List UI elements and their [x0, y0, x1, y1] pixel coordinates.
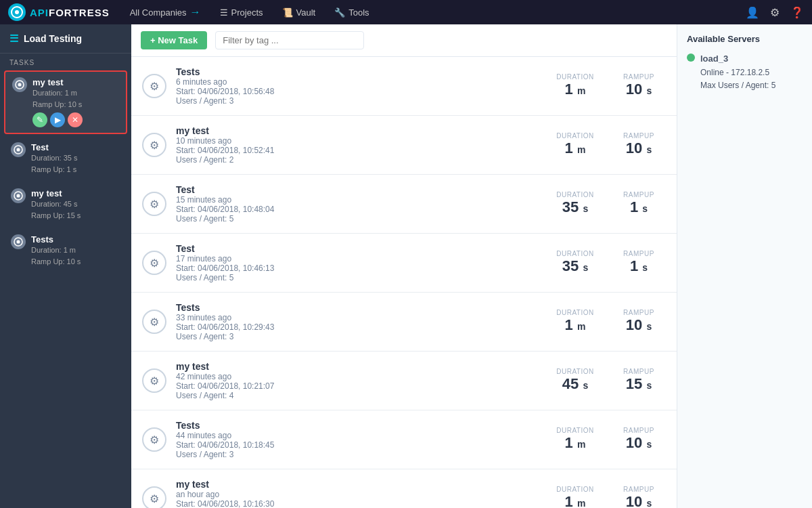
sidebar-item-name-3: Tests — [31, 234, 120, 245]
delete-button-0[interactable]: ✕ — [68, 112, 83, 127]
task-rampup-7: RAMPUP 10 s — [612, 486, 666, 508]
server-status-ip-0: Online - 172.18.2.5 — [700, 66, 775, 79]
task-time-0: 6 minutes ago — [176, 77, 539, 87]
task-details-4: Tests 33 minutes ago Start: 04/06/2018, … — [176, 302, 539, 341]
table-row: ⚙ my test 10 minutes ago Start: 04/06/20… — [131, 116, 677, 175]
table-row: ⚙ Test 15 minutes ago Start: 04/06/2018,… — [131, 175, 677, 234]
server-online-dot — [687, 54, 695, 62]
sidebar-item-duration-1: Duration: 35 s — [31, 152, 120, 164]
task-name-3: Test — [176, 243, 539, 254]
top-navigation: APIFORTRESS All Companies → ☰ Projects 📜… — [0, 0, 812, 24]
task-name-7: my test — [176, 479, 539, 490]
task-icon-2: ⚙ — [142, 192, 166, 216]
hamburger-icon: ☰ — [9, 33, 18, 45]
sidebar: ☰ Load Testing TASKS my test Duration: 1… — [0, 24, 131, 508]
avatar-1 — [11, 142, 26, 157]
sidebar-item-name-2: my test — [31, 188, 120, 198]
task-time-2: 15 minutes ago — [176, 195, 539, 205]
vault-icon: 📜 — [282, 7, 293, 18]
sidebar-item-mytest-2[interactable]: my test Duration: 45 s Ramp Up: 15 s — [4, 183, 127, 226]
sidebar-item-duration-2: Duration: 45 s — [31, 198, 120, 210]
svg-point-3 — [18, 83, 22, 87]
task-details-1: my test 10 minutes ago Start: 04/06/2018… — [176, 125, 539, 165]
task-users-6: Users / Agent: 3 — [176, 450, 539, 459]
main-toolbar: + New Task — [131, 24, 677, 57]
sidebar-item-name-1: Test — [31, 142, 120, 152]
task-duration-4: DURATION 1 m — [548, 309, 602, 334]
logo-text: APIFORTRESS — [30, 7, 110, 18]
sidebar-item-rampup-3: Ramp Up: 10 s — [31, 256, 120, 268]
task-name-0: Tests — [176, 66, 539, 77]
task-icon-5: ⚙ — [142, 368, 166, 393]
task-duration-6: DURATION 1 m — [548, 427, 602, 452]
server-info-0: load_3 Online - 172.18.2.5 Max Users / A… — [700, 52, 775, 92]
task-details-0: Tests 6 minutes ago Start: 04/06/2018, 1… — [176, 66, 539, 106]
gear-icon[interactable]: ⚙ — [770, 6, 780, 19]
sidebar-item-duration-3: Duration: 1 m — [31, 245, 120, 256]
svg-point-1 — [15, 10, 19, 14]
task-time-4: 33 minutes ago — [176, 313, 539, 322]
sidebar-item-info-2: my test Duration: 45 s Ramp Up: 15 s — [31, 188, 120, 221]
task-details-7: my test an hour ago Start: 04/06/2018, 1… — [176, 479, 539, 508]
table-row: ⚙ my test an hour ago Start: 04/06/2018,… — [131, 469, 677, 508]
sidebar-item-actions-0: ✎ ▶ ✕ — [32, 112, 119, 127]
task-details-3: Test 17 minutes ago Start: 04/06/2018, 1… — [176, 243, 539, 282]
task-rampup-4: RAMPUP 10 s — [612, 309, 666, 334]
task-icon-7: ⚙ — [142, 486, 166, 508]
sidebar-item-mytest-active[interactable]: my test Duration: 1 m Ramp Up: 10 s ✎ ▶ … — [4, 70, 127, 134]
sidebar-item-info-1: Test Duration: 35 s Ramp Up: 1 s — [31, 142, 120, 175]
task-users-0: Users / Agent: 3 — [176, 96, 539, 106]
play-button-0[interactable]: ▶ — [50, 112, 65, 127]
sidebar-item-rampup-1: Ramp Up: 1 s — [31, 164, 120, 175]
sidebar-item-name-0: my test — [32, 77, 119, 87]
tools-icon: 🔧 — [334, 7, 345, 18]
nav-projects[interactable]: ☰ Projects — [213, 5, 270, 20]
task-details-5: my test 42 minutes ago Start: 04/06/2018… — [176, 361, 539, 400]
available-servers-title: Available Servers — [687, 34, 803, 44]
nav-vault[interactable]: 📜 Vault — [275, 5, 323, 20]
task-rampup-1: RAMPUP 10 s — [612, 132, 666, 157]
nav-tools[interactable]: 🔧 Tools — [328, 5, 376, 20]
sidebar-item-rampup-0: Ramp Up: 10 s — [32, 99, 119, 110]
nav-all-companies[interactable]: All Companies → — [123, 3, 208, 21]
svg-point-9 — [17, 240, 20, 244]
task-details-6: Tests 44 minutes ago Start: 04/06/2018, … — [176, 420, 539, 459]
sidebar-header: ☰ Load Testing — [0, 24, 131, 54]
filter-input[interactable] — [215, 31, 364, 49]
task-icon-6: ⚙ — [142, 427, 166, 452]
new-task-button[interactable]: + New Task — [141, 31, 207, 49]
task-icon-4: ⚙ — [142, 310, 166, 334]
task-users-2: Users / Agent: 5 — [176, 214, 539, 224]
sidebar-item-tests-3[interactable]: Tests Duration: 1 m Ramp Up: 10 s — [4, 229, 127, 272]
sidebar-title: Load Testing — [24, 33, 82, 44]
task-duration-0: DURATION 1 m — [548, 73, 602, 98]
task-start-7: Start: 04/06/2018, 10:16:30 — [176, 499, 539, 508]
edit-button-0[interactable]: ✎ — [32, 112, 47, 127]
table-row: ⚙ Tests 33 minutes ago Start: 04/06/2018… — [131, 293, 677, 352]
sidebar-item-test-1[interactable]: Test Duration: 35 s Ramp Up: 1 s — [4, 137, 127, 180]
table-row: ⚙ Tests 6 minutes ago Start: 04/06/2018,… — [131, 57, 677, 116]
task-rampup-2: RAMPUP 1 s — [612, 191, 666, 216]
table-row: ⚙ Test 17 minutes ago Start: 04/06/2018,… — [131, 234, 677, 293]
nav-arrow-icon: → — [190, 6, 201, 18]
task-name-2: Test — [176, 184, 539, 195]
task-time-3: 17 minutes ago — [176, 254, 539, 263]
main-layout: ☰ Load Testing TASKS my test Duration: 1… — [0, 24, 812, 508]
task-icon-3: ⚙ — [142, 251, 166, 275]
user-icon[interactable]: 👤 — [746, 6, 759, 19]
sidebar-item-info-mytest-active: my test Duration: 1 m Ramp Up: 10 s ✎ ▶ … — [32, 77, 119, 127]
task-users-4: Users / Agent: 3 — [176, 332, 539, 341]
task-duration-5: DURATION 45 s — [548, 368, 602, 393]
server-item-0: load_3 Online - 172.18.2.5 Max Users / A… — [687, 52, 803, 92]
task-details-2: Test 15 minutes ago Start: 04/06/2018, 1… — [176, 184, 539, 224]
table-row: ⚙ Tests 44 minutes ago Start: 04/06/2018… — [131, 410, 677, 469]
task-rampup-6: RAMPUP 10 s — [612, 427, 666, 452]
task-start-1: Start: 04/06/2018, 10:52:41 — [176, 146, 539, 155]
svg-point-7 — [17, 194, 20, 198]
svg-point-5 — [17, 148, 20, 152]
tasks-section-label: TASKS — [0, 54, 131, 69]
help-icon[interactable]: ❓ — [790, 6, 804, 19]
logo: APIFORTRESS — [8, 3, 110, 21]
task-icon-1: ⚙ — [142, 133, 166, 157]
task-start-5: Start: 04/06/2018, 10:21:07 — [176, 381, 539, 391]
